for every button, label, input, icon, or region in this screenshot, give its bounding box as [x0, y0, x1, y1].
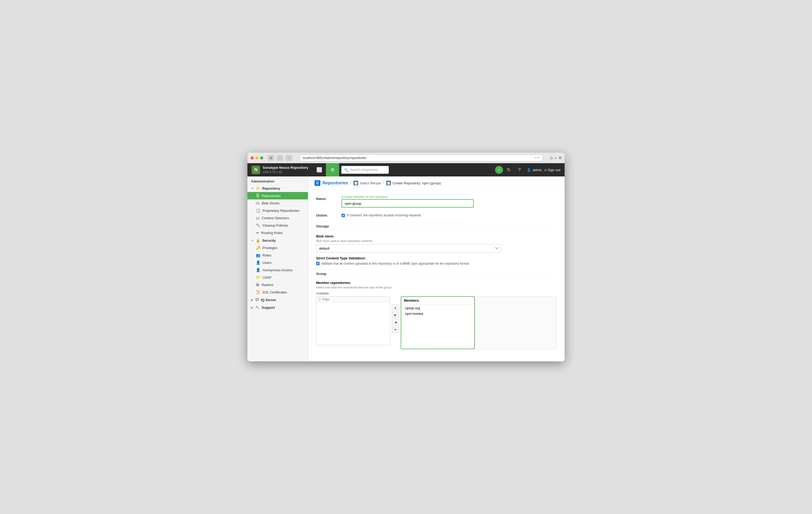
- available-panel: ▽: [316, 296, 390, 345]
- close-btn[interactable]: [251, 156, 254, 159]
- blob-store-desc: Blob store used to store repository cont…: [316, 239, 557, 242]
- cleanup-icon: 🔧: [256, 223, 260, 228]
- forward-btn[interactable]: ›: [286, 155, 292, 161]
- security-group-header[interactable]: ▼ 🔒 Security: [248, 237, 308, 244]
- browse-btn[interactable]: ⬜: [313, 163, 326, 176]
- strict-check: Validate that all content uploaded to th…: [316, 262, 557, 266]
- storage-section: Storage: [316, 221, 557, 231]
- iq-server-group: ▶ 🛡 IQ Server: [248, 296, 308, 303]
- ldap-label: LDAP: [262, 275, 271, 279]
- repositories-icon: 🗄: [256, 193, 260, 198]
- available-label: Available: [316, 292, 390, 295]
- brand-logo: N: [252, 165, 260, 174]
- fullscreen-btn[interactable]: [260, 156, 263, 159]
- anonymous-icon: 👤: [256, 268, 260, 272]
- sidebar-item-content-selectors[interactable]: 🗂 Content Selectors: [248, 214, 308, 221]
- transfer-layout: ▽ ▲ ▶ ◀ ▼: [316, 296, 557, 349]
- sidebar-item-ldap[interactable]: 📁 LDAP: [248, 274, 308, 281]
- newwindow-btn[interactable]: ⧉: [559, 156, 561, 160]
- sidebar-item-roles[interactable]: 👥 Roles: [248, 251, 308, 259]
- sidebar-item-ssl-certificates[interactable]: 📜 SSL Certificates: [248, 289, 308, 296]
- anonymous-label: Anonymous Access: [262, 268, 292, 272]
- search-placeholder: Search components: [350, 168, 378, 172]
- group-title: Group: [316, 270, 557, 278]
- sidebar: Administration ▼ 📁 Repository 🗄 Reposito…: [248, 176, 308, 361]
- move-top-btn[interactable]: ▲: [392, 304, 399, 311]
- privileges-label: Privileges: [262, 246, 277, 250]
- blob-store-select[interactable]: default: [316, 244, 501, 252]
- newtab-btn[interactable]: +: [555, 156, 557, 160]
- minimize-btn[interactable]: [255, 156, 259, 159]
- online-checkbox[interactable]: [342, 214, 345, 217]
- online-check-label: If checked, the repository accepts incom…: [347, 213, 421, 217]
- move-bottom-btn[interactable]: ▼: [392, 327, 399, 333]
- strict-check-label: Validate that all content uploaded to th…: [321, 262, 469, 266]
- name-input[interactable]: [342, 199, 474, 208]
- sidebar-item-privileges[interactable]: 🔑 Privileges: [248, 244, 308, 251]
- back-btn[interactable]: ‹: [277, 155, 283, 161]
- sidebar-item-cleanup-policies[interactable]: 🔧 Cleanup Policies: [248, 221, 308, 229]
- content-selectors-icon: 🗂: [256, 216, 260, 220]
- member-repos-desc: Select and order the repositories that a…: [316, 286, 557, 289]
- sidebar-item-routing-rules[interactable]: ⇌ Routing Rules: [248, 229, 308, 236]
- routing-icon: ⇌: [256, 231, 259, 235]
- brand: N Sonatype Nexus Repository OSS 3.70.1-0…: [248, 165, 313, 174]
- privileges-icon: 🔑: [256, 246, 260, 250]
- select-recipe-label: Select Recipe: [360, 181, 381, 185]
- support-group: ▶ 🔧 Support: [248, 304, 308, 311]
- sidebar-item-anonymous-access[interactable]: 👤 Anonymous Access: [248, 266, 308, 274]
- admin-label: Administration: [248, 176, 308, 185]
- online-label: Online:: [316, 212, 337, 217]
- recipe-icon: 📄: [353, 181, 358, 185]
- filter-input[interactable]: [322, 298, 388, 301]
- db-icon: 🗄: [315, 180, 320, 186]
- members-list: npmjs.org npm-hosted: [401, 304, 474, 318]
- sidebar-item-realms[interactable]: 🏛 Realms: [248, 281, 308, 289]
- sidebar-item-repositories[interactable]: 🗄 Repositories: [248, 192, 308, 200]
- admin-btn[interactable]: ⚙: [326, 163, 339, 176]
- iq-server-header[interactable]: ▶ 🛡 IQ Server: [248, 296, 308, 303]
- content-selectors-label: Content Selectors: [262, 216, 289, 220]
- online-row: Online: If checked, the repository accep…: [316, 212, 557, 217]
- name-label: Name:: [316, 195, 337, 201]
- help-btn[interactable]: ?: [515, 165, 524, 175]
- proprietary-label: Proprietary Repositories: [262, 209, 299, 213]
- repositories-breadcrumb-link[interactable]: Repositories: [322, 181, 348, 185]
- strict-checkbox[interactable]: [316, 262, 320, 265]
- right-empty-panel: [475, 296, 557, 349]
- user-info: 👤 admin: [525, 168, 544, 172]
- repository-group-label: Repository: [262, 186, 280, 190]
- move-left-btn[interactable]: ◀: [392, 319, 399, 325]
- current-step: 📄 Create Repository: npm (group): [386, 181, 441, 185]
- security-label: Security: [262, 239, 276, 242]
- nav-controls: ⊞ ‹ ›: [267, 155, 292, 161]
- move-right-btn[interactable]: ▶: [392, 312, 399, 318]
- members-header: Members: [401, 297, 474, 304]
- address-bar[interactable]: localhost:8081/#admin/repository/reposit…: [300, 154, 543, 161]
- current-icon: 📄: [386, 181, 391, 185]
- available-list: [316, 303, 390, 345]
- sidebar-item-users[interactable]: 👤 Users: [248, 259, 308, 266]
- refresh-btn[interactable]: ↻: [504, 165, 514, 175]
- titlebar-actions: ⎙ + ⧉: [550, 156, 561, 160]
- blob-stores-label: Blob Stores: [262, 201, 280, 205]
- repository-group-icon: 📁: [256, 186, 260, 190]
- name-row: Name: A unique identifier for this repos…: [316, 195, 557, 208]
- signout-button[interactable]: ⎋ Sign out: [545, 168, 560, 172]
- sidebar-item-proprietary-repositories[interactable]: 📋 Proprietary Repositories: [248, 207, 308, 214]
- share-btn[interactable]: ⎙: [550, 156, 552, 160]
- security-group: ▼ 🔒 Security 🔑 Privileges 👥 Roles 👤 User…: [248, 237, 308, 296]
- blob-stores-icon: 🗃: [256, 201, 260, 205]
- sidebar-item-blob-stores[interactable]: 🗃 Blob Stores: [248, 200, 308, 207]
- app-navbar: N Sonatype Nexus Repository OSS 3.70.1-0…: [248, 163, 564, 176]
- support-header[interactable]: ▶ 🔧 Support: [248, 304, 308, 311]
- traffic-lights: [251, 156, 263, 159]
- routing-label: Routing Rules: [261, 231, 283, 235]
- sidebar-toggle-btn[interactable]: ⊞: [267, 155, 274, 161]
- name-hint: A unique identifier for this repository: [342, 195, 557, 199]
- repository-group-header[interactable]: ▼ 📁 Repository: [248, 185, 308, 192]
- status-btn[interactable]: ✓: [495, 166, 503, 174]
- member-item-npm-hosted[interactable]: npm-hosted: [403, 311, 472, 316]
- realms-icon: 🏛: [256, 283, 260, 287]
- member-item-npmjs[interactable]: npmjs.org: [403, 305, 472, 311]
